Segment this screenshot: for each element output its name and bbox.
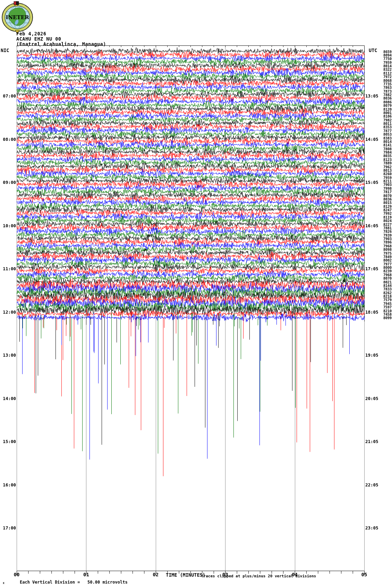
local-hour-label: 11:00 <box>0 266 16 271</box>
line-amplitude-value: 8210 <box>381 309 392 313</box>
line-amplitude-value: 7959 <box>381 61 392 65</box>
line-amplitude-value: 8094 <box>381 53 392 57</box>
line-amplitude-value: 8123 <box>381 158 392 162</box>
line-amplitude-value: 7817 <box>381 190 392 194</box>
utc-hour-label: 19:05 <box>365 353 378 358</box>
line-amplitude-value: 8014 <box>381 64 392 68</box>
logo-flag-red <box>14 1 16 5</box>
line-amplitude-value: 8112 <box>381 71 392 75</box>
x-axis-title: TIME (MINUTES) <box>166 572 205 578</box>
line-amplitude-value: 7939 <box>381 233 392 237</box>
local-hour-label: 07:00 <box>0 94 16 99</box>
line-amplitude-value: 8070 <box>381 277 392 280</box>
line-amplitude-value: 7579 <box>381 298 392 302</box>
local-hour-label: 08:00 <box>0 137 16 142</box>
utc-hour-label: 21:05 <box>365 439 378 444</box>
line-amplitude-value: 7977 <box>381 262 392 266</box>
line-amplitude-value: 8015 <box>381 201 392 205</box>
line-amplitude-value: 8079 <box>381 104 392 108</box>
line-amplitude-value: 8144 <box>381 284 392 288</box>
local-hour-label: 09:00 <box>0 180 16 185</box>
line-amplitude-value: 8119 <box>381 215 392 219</box>
ineter-logo: INETER <box>1 1 34 35</box>
local-hour-label: 13:00 <box>0 353 16 358</box>
line-amplitude-value: 7750 <box>381 57 392 61</box>
line-amplitude-value: 8247 <box>381 208 392 212</box>
utc-hour-label: 22:05 <box>365 483 378 487</box>
line-amplitude-value: 8053 <box>381 133 392 136</box>
line-amplitude-value: 8013 <box>381 169 392 172</box>
line-amplitude-value: 7849 <box>381 255 392 259</box>
line-amplitude-value: 8260 <box>381 172 392 176</box>
header-location: (Enatrel Acahualinca, Managua) <box>16 41 106 47</box>
line-amplitude-value: 8262 <box>381 291 392 295</box>
line-amplitude-value: 8099 <box>381 316 392 320</box>
line-amplitude-value: 7882 <box>381 93 392 97</box>
local-hour-label: 16:00 <box>0 483 16 487</box>
utc-hour-label: 16:05 <box>365 223 378 228</box>
line-amplitude-value: 8353 <box>381 125 392 129</box>
line-amplitude-value: 8239 <box>381 269 392 273</box>
line-amplitude-value: 8141 <box>381 143 392 147</box>
logo-label: INETER <box>6 14 29 20</box>
line-amplitude-value: 8035 <box>381 154 392 158</box>
line-amplitude-value: 7975 <box>381 252 392 255</box>
line-amplitude-value: 8000 <box>381 266 392 270</box>
utc-hour-label: 14:05 <box>365 137 378 142</box>
seismogram-canvas <box>0 0 392 586</box>
line-amplitude-value: 7992 <box>381 212 392 215</box>
utc-hour-label: 13:05 <box>365 94 378 99</box>
line-amplitude-value: 7984 <box>381 151 392 154</box>
line-amplitude-value: 8001 <box>381 111 392 115</box>
line-amplitude-value: 7873 <box>381 90 392 93</box>
utc-hour-label: 15:05 <box>365 180 378 185</box>
clip-note: Traces clipped at plus/minus 20 vertical… <box>201 574 316 578</box>
line-amplitude-value: 7458 <box>381 313 392 316</box>
local-hour-label: 17:00 <box>0 526 16 530</box>
utc-hour-label: 17:05 <box>365 266 378 271</box>
line-amplitude-value: 8086 <box>381 100 392 104</box>
line-amplitude-value: 8098 <box>381 248 392 252</box>
line-amplitude-value: 8227 <box>381 223 392 227</box>
line-amplitude-value: 7945 <box>381 302 392 306</box>
local-hour-label: 15:00 <box>0 439 16 444</box>
line-amplitude-value: 8322 <box>381 68 392 71</box>
line-amplitude-value: 8011 <box>381 122 392 126</box>
line-amplitude-value: 7877 <box>381 129 392 133</box>
line-amplitude-value: 8211 <box>381 179 392 183</box>
helicorder-page: INETER Feb 4,2026 ACAHU EHZ NU 00 (Enatr… <box>0 0 392 586</box>
minute-tick-label: 01 <box>79 572 93 577</box>
line-amplitude-value: 8383 <box>381 136 392 140</box>
line-amplitude-value: 7896 <box>381 240 392 244</box>
line-amplitude-value: 8120 <box>381 108 392 111</box>
utc-hour-label: 23:05 <box>365 526 378 530</box>
line-amplitude-value: 7998 <box>381 187 392 190</box>
local-hour-label: 10:00 <box>0 223 16 228</box>
line-amplitude-value: 8659 <box>381 50 392 54</box>
line-amplitude-value: 7826 <box>381 230 392 233</box>
line-amplitude-value: 8106 <box>381 114 392 118</box>
line-amplitude-value: 8024 <box>381 219 392 223</box>
line-amplitude-value: 8218 <box>381 295 392 298</box>
header-date: Feb 4,2026 <box>16 31 46 36</box>
line-amplitude-value: 7982 <box>381 118 392 122</box>
line-amplitude-value: 7597 <box>381 305 392 309</box>
line-amplitude-value: 8068 <box>381 79 392 83</box>
line-amplitude-value: 7889 <box>381 161 392 165</box>
logo-flag-black <box>16 1 19 5</box>
local-hour-label: 12:00 <box>0 310 16 315</box>
line-amplitude-value: 7833 <box>381 287 392 291</box>
line-amplitude-value: 7863 <box>381 86 392 90</box>
line-amplitude-value: 8036 <box>381 96 392 100</box>
minute-tick-label: 02 <box>149 572 163 577</box>
local-hour-label: 14:00 <box>0 396 16 401</box>
right-axis-title: UTC <box>369 48 377 53</box>
line-amplitude-value: 7962 <box>381 165 392 169</box>
line-amplitude-value: 7903 <box>381 237 392 241</box>
line-amplitude-value: 8129 <box>381 205 392 209</box>
line-amplitude-value: 8070 <box>381 194 392 198</box>
utc-hour-label: 20:05 <box>365 396 378 401</box>
scale-note: Each Vertical Division = 50.00 microvolt… <box>20 580 128 585</box>
line-amplitude-value: 7881 <box>381 226 392 230</box>
line-amplitude-value: 8014 <box>381 140 392 144</box>
